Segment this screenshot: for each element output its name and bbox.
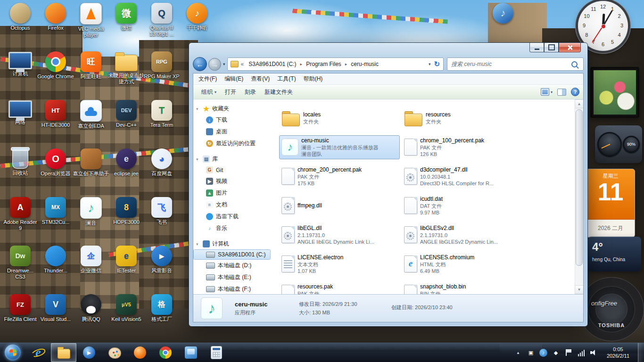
breadcrumb-segment[interactable]: Program Files bbox=[302, 59, 345, 69]
file-tile-libGLESv2.dll[interactable]: libGLESv2.dll2.1.19731.0ANGLE libGLESv2 … bbox=[402, 223, 502, 247]
preview-pane-button[interactable] bbox=[557, 89, 566, 96]
file-tile-resources.pak[interactable]: resources.pakPAK 文件5.12 MB bbox=[279, 281, 337, 295]
taskbar-button-ie[interactable] bbox=[25, 343, 51, 362]
close-button[interactable] bbox=[559, 43, 581, 52]
desktop-icon-network[interactable]: 网络 bbox=[2, 100, 39, 125]
desktop-icon-dreamweaver[interactable]: DwDreamwe... CS3 bbox=[2, 246, 39, 280]
file-tile-resources[interactable]: resources文件夹 bbox=[402, 106, 455, 130]
tray-icon-network[interactable] bbox=[577, 348, 586, 357]
change-view-button[interactable]: ▾ bbox=[541, 88, 553, 96]
taskbar-button-explorer[interactable] bbox=[51, 343, 76, 362]
desktop-icon-lanyin[interactable]: 澜音 bbox=[73, 197, 109, 226]
file-tile-chrome_100_percent.pak[interactable]: chrome_100_percent.pakPAK 文件126 KB bbox=[402, 135, 488, 159]
desktop-icon-chrome[interactable]: Google Chrome bbox=[37, 51, 74, 80]
cpu-meter-gadget[interactable]: 90% bbox=[595, 125, 642, 163]
nav-header-favorites[interactable]: ▾★收藏夹 bbox=[193, 103, 273, 114]
desktop-icon-firefox[interactable]: Firefox bbox=[37, 3, 74, 31]
new-folder-button[interactable]: 新建文件夹 bbox=[260, 86, 297, 98]
file-tile-LICENSE.electron[interactable]: LICENSE.electron文本文档1.07 KB bbox=[279, 252, 347, 276]
nav-item-documents[interactable]: ≡文档 bbox=[193, 199, 271, 211]
desktop-icon-filezilla[interactable]: FZFileZilla Client bbox=[2, 294, 39, 322]
expander-icon[interactable]: ▾ bbox=[196, 242, 200, 247]
desktop-icon-stm32cube[interactable]: MXSTM32Cu... bbox=[37, 197, 74, 225]
desktop-icon-recycle[interactable]: 回收站 bbox=[2, 148, 39, 176]
open-button[interactable]: 打开 bbox=[221, 86, 240, 98]
menu-item[interactable]: 编辑(E) bbox=[221, 74, 247, 84]
file-tile-LICENSES.chromium[interactable]: LICENSES.chromiumHTML 文档6.49 MB bbox=[402, 252, 479, 276]
desktop-icon-computer[interactable]: 计算机 bbox=[2, 51, 39, 77]
calendar-gadget[interactable]: 星期三 11 2026 二月 bbox=[586, 169, 635, 238]
file-tile-locales[interactable]: locales文件夹 bbox=[279, 106, 325, 130]
file-tile-icudtl.dat[interactable]: icudtl.datDAT 文件9.97 MB bbox=[402, 194, 447, 218]
start-button[interactable] bbox=[0, 343, 25, 362]
address-bar[interactable]: « S3A8961D001 (C:)▸Program Files▸ceru-mu… bbox=[227, 58, 444, 71]
desktop-icon-thunder[interactable]: Thunder... bbox=[37, 246, 74, 274]
scroll-down-button[interactable]: ▼ bbox=[575, 285, 584, 294]
nav-item-desktop[interactable]: 桌面 bbox=[193, 126, 271, 138]
forward-button[interactable]: → bbox=[208, 58, 221, 71]
desktop-icon-music-orb[interactable]: ♪ bbox=[485, 3, 521, 25]
show-desktop-button[interactable] bbox=[638, 343, 644, 362]
taskbar-button-bluewin[interactable] bbox=[178, 343, 204, 362]
desktop-icon-octopus[interactable]: Octopus bbox=[2, 3, 39, 31]
nav-item-pictures[interactable]: ▲图片 bbox=[193, 187, 271, 199]
desktop-icon-eclipse[interactable]: eeclipse jee bbox=[108, 148, 145, 177]
tray-icon-volume[interactable] bbox=[590, 348, 598, 357]
nav-item-thunder-dl[interactable]: 迅雷下载 bbox=[193, 211, 271, 222]
nav-item-downloads[interactable]: ↓下载 bbox=[193, 114, 271, 126]
desktop-icon-jlc-eda[interactable]: 嘉立创EDA bbox=[73, 100, 109, 129]
desktop-icon-wechat[interactable]: 微微信 bbox=[108, 3, 145, 31]
tray-icon-flag[interactable] bbox=[564, 348, 573, 357]
breadcrumb-segment[interactable]: ceru-music bbox=[347, 59, 382, 69]
menu-item[interactable]: 帮助(H) bbox=[300, 74, 327, 84]
desktop-icon-visualstudio[interactable]: VVisual Stud... bbox=[37, 294, 74, 322]
scrollbar-thumb[interactable] bbox=[576, 109, 583, 266]
desktop-icon-wecom[interactable]: 企企业微信 bbox=[73, 246, 109, 274]
tray-icon-music[interactable]: ♪ bbox=[539, 349, 547, 357]
file-tile-ffmpeg.dll[interactable]: ffmpeg.dll bbox=[279, 195, 326, 216]
breadcrumb-overflow-chevron[interactable]: « bbox=[241, 61, 244, 67]
maximize-button[interactable] bbox=[544, 43, 559, 52]
taskbar-button-firefox[interactable] bbox=[127, 343, 153, 362]
desktop-icon-keil[interactable]: µV5Keil uVision5 bbox=[108, 294, 145, 322]
nav-header-computer[interactable]: ▾计算机 bbox=[193, 239, 273, 249]
nav-item-drive-e[interactable]: 本地磁盘 (E:) bbox=[193, 272, 271, 283]
desktop-icon-formatfactory[interactable]: 格格式工厂 bbox=[143, 294, 180, 322]
file-tile-chrome_200_percent.pak[interactable]: chrome_200_percent.pakPAK 文件175 KB bbox=[279, 165, 366, 189]
tray-icon-hidden[interactable]: ▲ bbox=[514, 348, 522, 357]
expander-icon[interactable]: ▾ bbox=[196, 107, 200, 111]
file-tile-d3dcompiler_47.dll[interactable]: d3dcompiler_47.dll10.0.20348.1Direct3D H… bbox=[402, 165, 498, 189]
desktop-icon-aliww[interactable]: 旺阿里旺旺 bbox=[73, 51, 109, 80]
desktop-icon-qq[interactable]: 腾讯QQ bbox=[73, 294, 109, 322]
scrollbar[interactable]: ▲ ▼ bbox=[575, 99, 583, 294]
taskbar-button-calculator[interactable] bbox=[204, 343, 229, 362]
tray-icon-app[interactable]: ▣ bbox=[527, 348, 535, 357]
desktop-icon-fenglei[interactable]: ▶风雷影音 bbox=[143, 246, 180, 274]
organize-button[interactable]: 组织▾ bbox=[197, 86, 221, 98]
breadcrumb-segment[interactable]: S3A8961D001 (C:) bbox=[245, 59, 300, 69]
burn-button[interactable]: 刻录 bbox=[240, 86, 260, 98]
taskbar-button-wmp[interactable] bbox=[76, 343, 102, 362]
tray-icon-ime[interactable]: ◆ bbox=[552, 348, 560, 357]
nav-item-drive-c[interactable]: S3A8961D001 (C:) bbox=[193, 249, 271, 260]
desktop-icon-opera[interactable]: OOpera浏览器 bbox=[37, 148, 74, 177]
desktop-icon-ttplayer[interactable]: ♪千千静听 bbox=[179, 3, 215, 31]
weather-gadget[interactable]: 4° heng Qu, China bbox=[587, 237, 641, 272]
nav-item-videos[interactable]: ▶视频 bbox=[193, 175, 271, 187]
search-box[interactable]: 搜索 ceru-music bbox=[447, 58, 584, 71]
desktop-icon-ietester[interactable]: eIETester bbox=[108, 246, 145, 274]
minimize-button[interactable] bbox=[529, 43, 544, 52]
nav-header-libraries[interactable]: ▾▤库 bbox=[193, 154, 273, 165]
desktop-icon-teraterm[interactable]: TTera Term bbox=[143, 100, 180, 128]
desktop-icon-unused-shortcuts[interactable]: 未使用的桌面快捷方式 bbox=[108, 51, 145, 85]
search-input[interactable]: 搜索 ceru-music bbox=[451, 60, 571, 68]
taskbar-button-paint[interactable] bbox=[102, 343, 127, 362]
desktop-icon-jlc-helper[interactable]: 嘉立创下单助手 bbox=[73, 148, 109, 177]
file-tile-libEGL.dll[interactable]: libEGL.dll2.1.19731.0ANGLE libEGL Dynami… bbox=[279, 223, 379, 247]
help-button[interactable]: ? bbox=[571, 88, 579, 96]
taskbar-clock[interactable]: 0:05 2026/2/11 bbox=[603, 346, 634, 359]
refresh-button[interactable]: ↻ bbox=[434, 60, 440, 68]
expander-icon[interactable]: ▾ bbox=[196, 157, 200, 162]
desktop-icon-feishu[interactable]: 飞飞书 bbox=[143, 197, 180, 225]
search-icon[interactable] bbox=[571, 61, 578, 67]
